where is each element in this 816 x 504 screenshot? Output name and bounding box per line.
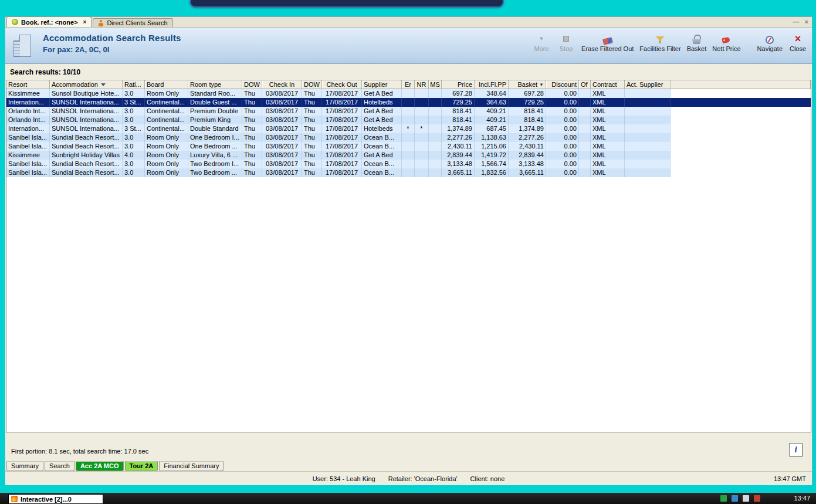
funnel-icon (655, 36, 665, 44)
cell-ms (429, 168, 442, 177)
taskbar-clock[interactable]: 13:47 (794, 493, 810, 504)
cell-resort: Kissimmee (6, 151, 50, 160)
table-row[interactable]: KissimmeeSunsol Boutique Hote...3.0Room … (6, 89, 811, 98)
page-subtitle: For pax: 2A, 0C, 0I (43, 45, 181, 54)
column-header-room-type[interactable]: Room type (188, 80, 242, 89)
toolbar-facilities-filter[interactable]: Facilities Filter (639, 36, 680, 52)
column-header-discount[interactable]: Discount (546, 80, 579, 89)
cell-er (402, 98, 415, 107)
cell-board: Continental... (145, 116, 188, 124)
cell-act-supplier (625, 151, 671, 160)
bottom-tab-summary[interactable]: Summary (6, 461, 43, 471)
toolbar-nett-price[interactable]: Nett Price (712, 36, 740, 52)
bottom-tab-tour-2a[interactable]: Tour 2A (125, 461, 158, 471)
column-header-nr[interactable]: NR (415, 80, 429, 89)
cell-check-in: 03/08/2017 (262, 98, 302, 107)
column-header-er[interactable]: Er (402, 80, 415, 89)
column-header-rati[interactable]: Rati... (123, 80, 145, 89)
column-header-check-in[interactable]: Check In (262, 80, 302, 89)
cell-check-out: 17/08/2017 (322, 116, 362, 124)
column-header-dow[interactable]: DOW (302, 80, 322, 89)
minimize-icon[interactable]: — (793, 18, 800, 26)
cell-check-out: 17/08/2017 (322, 133, 362, 142)
cell-price: 2,430.11 (442, 142, 475, 151)
window-tab-direct-clients-search[interactable]: Direct Clients Search (93, 18, 172, 27)
cell-nr (415, 89, 429, 98)
column-header-check-out[interactable]: Check Out (322, 80, 362, 89)
cell-basket: 818.41 (509, 116, 546, 124)
tray-chart-icon[interactable] (720, 495, 727, 502)
column-header-of[interactable]: Of (579, 80, 591, 89)
table-row[interactable]: Sanibel Isla...Sundial Beach Resort...3.… (6, 142, 811, 151)
column-header-accommodation[interactable]: Accommodation (50, 80, 123, 89)
cell-act-supplier (625, 124, 671, 133)
cell-check-in: 03/08/2017 (262, 107, 302, 116)
info-button[interactable]: i (789, 443, 803, 456)
cell-contract: XML (591, 116, 625, 124)
column-header-price[interactable]: Price (442, 80, 475, 89)
cell-price: 2,839.44 (442, 151, 475, 160)
cell-er (402, 168, 415, 177)
cell-dow: Thu (302, 168, 322, 177)
bottom-tab-acc-2a-mco[interactable]: Acc 2A MCO (76, 461, 124, 471)
column-header-dow[interactable]: DOW (242, 80, 262, 89)
toolbar-navigate[interactable]: Navigate (757, 36, 783, 52)
cell-accommodation: SUNSOL Internationa... (50, 98, 123, 107)
cell-rati: 3.0 (123, 142, 145, 151)
toolbar-basket[interactable]: Basket (687, 35, 707, 52)
cell-board: Room Only (145, 89, 188, 98)
cell-supplier: Ocean B... (362, 133, 402, 142)
cell-rati: 4.0 (123, 151, 145, 160)
cell-dow: Thu (302, 116, 322, 124)
toolbar-erase-filtered-out[interactable]: Erase Filtered Out (581, 38, 634, 52)
bottom-tab-search[interactable]: Search (45, 461, 75, 471)
cell-accommodation: Sundial Beach Resort... (50, 160, 123, 168)
cell-incl-fl-pp: 1,419.72 (475, 151, 509, 160)
column-header-resort[interactable]: Resort (6, 80, 50, 89)
table-row[interactable]: Sanibel Isla...Sundial Beach Resort...3.… (6, 133, 811, 142)
toolbar-close[interactable]: Close (788, 33, 807, 52)
cell-supplier: Hotelbeds (362, 98, 402, 107)
navigate-icon (766, 36, 774, 44)
cell-of (579, 107, 591, 116)
cell-check-in: 03/08/2017 (262, 116, 302, 124)
page-title: Accommodation Search Results (43, 33, 181, 43)
tray-message-icon[interactable] (743, 495, 749, 502)
cell-price: 3,665.11 (442, 168, 475, 177)
column-header-contract[interactable]: Contract (591, 80, 625, 89)
table-row[interactable]: Sanibel Isla...Sundial Beach Resort...3.… (6, 160, 811, 168)
cell-resort: Sanibel Isla... (6, 160, 50, 168)
cell-of (579, 89, 591, 98)
system-tray (720, 495, 760, 502)
column-header-supplier[interactable]: Supplier (362, 80, 402, 89)
toolbar-more: More (532, 33, 551, 52)
tray-alert-icon[interactable] (754, 495, 760, 502)
filter-funnel-icon[interactable] (101, 83, 106, 86)
cell-price: 818.41 (442, 107, 475, 116)
table-row[interactable]: KissimmeeSunbright Holiday Villas4.0Room… (6, 151, 811, 160)
taskbar-app-button[interactable]: Interactive [2]...0 (8, 494, 103, 504)
window-close-icon[interactable]: × (805, 18, 808, 26)
cell-room-type: One Bedroom I... (188, 133, 242, 142)
column-header-ms[interactable]: MS (429, 80, 442, 89)
tab-close-icon[interactable]: × (83, 19, 87, 25)
bottom-tab-financial-summary[interactable]: Financial Summary (159, 461, 224, 471)
column-header-act-supplier[interactable]: Act. Supplier (625, 80, 671, 89)
cell-nr (415, 168, 429, 177)
table-row[interactable]: Internation...SUNSOL Internationa...3 St… (6, 124, 811, 133)
window-tab-book-ref-none[interactable]: Book. ref.: <none>× (6, 16, 92, 27)
column-header-board[interactable]: Board (145, 80, 188, 89)
cell-incl-fl-pp: 409.21 (475, 107, 509, 116)
cell-supplier: Ocean B... (362, 168, 402, 177)
toolbar-stop: Stop (557, 33, 575, 52)
column-header-incl-fl-pp[interactable]: Incl.Fl.PP (475, 80, 509, 89)
booking-tab-icon (12, 19, 18, 25)
table-row[interactable]: Orlando Int...SUNSOL Internationa...3.0C… (6, 116, 811, 124)
table-row[interactable]: Sanibel Isla...Sundial Beach Resort...3.… (6, 168, 811, 177)
table-row[interactable]: Internation...SUNSOL Internationa...3 St… (6, 98, 811, 107)
tab-label: Book. ref.: <none> (21, 19, 78, 26)
table-row[interactable]: Orlando Int...SUNSOL Internationa...3.0C… (6, 107, 811, 116)
column-header-basket[interactable]: Basket▼ (509, 80, 546, 89)
header-toolbar: MoreStopErase Filtered OutFacilities Fil… (532, 33, 807, 52)
tray-network-icon[interactable] (732, 495, 738, 502)
